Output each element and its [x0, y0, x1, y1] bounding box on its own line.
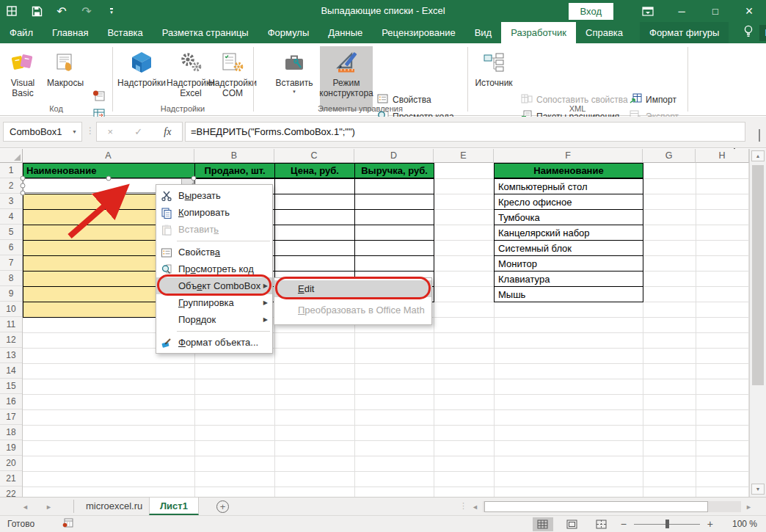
row-header[interactable]: 20: [0, 456, 22, 471]
menu-item-copy[interactable]: Копировать: [156, 204, 272, 221]
tab-page-layout[interactable]: Разметка страницы: [153, 22, 258, 43]
tab-help[interactable]: Справка: [576, 22, 632, 43]
row-header[interactable]: 2: [0, 178, 22, 194]
excel-addins-button[interactable]: Надстройки Excel: [170, 46, 211, 111]
resize-handle[interactable]: [21, 176, 26, 181]
menu-item-combobox-object[interactable]: Объект ComboBox ▶: [156, 277, 272, 294]
formula-input[interactable]: =ВНЕДРИТЬ("Forms.ComboBox.1";""): [185, 122, 745, 142]
column-header-h[interactable]: H: [696, 149, 749, 163]
row-header[interactable]: 10: [0, 302, 22, 317]
sign-in-button[interactable]: Вход: [569, 3, 613, 20]
resize-handle[interactable]: [21, 183, 26, 189]
list-item[interactable]: Кресло офисное: [495, 194, 643, 210]
row-header[interactable]: 8: [0, 271, 22, 286]
row-header[interactable]: 21: [0, 471, 22, 487]
tab-data[interactable]: Данные: [318, 22, 372, 43]
horizontal-scroll-thumb[interactable]: [484, 501, 708, 512]
list-item[interactable]: Компьютерный стол: [495, 179, 643, 194]
tab-file[interactable]: Файл: [0, 22, 43, 43]
vertical-scrollbar[interactable]: ▲ ▼: [749, 149, 766, 497]
resize-handle[interactable]: [192, 176, 197, 181]
row-header[interactable]: 6: [0, 240, 22, 255]
close-button[interactable]: ×: [732, 0, 766, 22]
menu-item-grouping[interactable]: Группировка ▶: [156, 294, 272, 311]
menu-item-cut[interactable]: Вырезать: [156, 187, 272, 204]
enter-formula-icon[interactable]: ✓: [134, 126, 142, 137]
row-header[interactable]: 12: [0, 332, 22, 348]
list-item[interactable]: Мышь: [495, 287, 643, 302]
resize-handle[interactable]: [106, 191, 112, 196]
column-header-g[interactable]: G: [643, 149, 696, 163]
sheet-nav-left-icon[interactable]: ◄: [22, 498, 29, 516]
scroll-down-icon[interactable]: ▼: [751, 484, 765, 495]
zoom-out-icon[interactable]: −: [621, 518, 627, 530]
tab-formulas[interactable]: Формулы: [258, 22, 319, 43]
tab-developer[interactable]: Разработчик: [501, 22, 576, 43]
column-header-a[interactable]: A: [23, 149, 194, 163]
tab-review[interactable]: Рецензирование: [372, 22, 464, 43]
menu-item-properties[interactable]: Свойства: [156, 244, 272, 260]
macro-record-icon[interactable]: [62, 518, 73, 530]
addins-button[interactable]: Надстройки: [116, 46, 167, 111]
menu-item-format-object[interactable]: Формат объекта...: [156, 334, 272, 351]
row-header[interactable]: 7: [0, 255, 22, 271]
submenu-item-convert[interactable]: Преобразовать в Office Math: [274, 302, 431, 318]
column-header-c[interactable]: C: [274, 149, 354, 163]
formula-bar-splitter[interactable]: ⋮: [86, 125, 95, 136]
visual-basic-button[interactable]: Visual Basic: [4, 46, 41, 111]
scrollbar-splitter[interactable]: ⋮: [459, 501, 467, 511]
customize-qat-button[interactable]: ▾: [104, 3, 119, 19]
sheet-tab-microexcel[interactable]: microexcel.ru: [76, 498, 153, 515]
expand-formula-bar-icon[interactable]: [759, 129, 760, 140]
select-all-corner[interactable]: [0, 149, 23, 163]
undo-button[interactable]: ↶: [54, 3, 69, 19]
page-layout-view-button[interactable]: [562, 517, 583, 531]
row-header[interactable]: 22: [0, 487, 22, 497]
hscroll-left-icon[interactable]: ◄: [472, 498, 478, 516]
sheet-tab-list1[interactable]: Лист1: [149, 498, 199, 515]
column-header-b[interactable]: B: [194, 149, 274, 163]
row-header[interactable]: 11: [0, 317, 22, 332]
normal-view-button[interactable]: [533, 517, 553, 531]
insert-function-icon[interactable]: fx: [164, 126, 171, 138]
macros-button[interactable]: Макросы: [43, 46, 88, 111]
scroll-up-icon[interactable]: ▲: [751, 150, 765, 161]
row-header[interactable]: 4: [0, 209, 22, 225]
list-item[interactable]: Тумбочка: [495, 210, 643, 225]
column-header-e[interactable]: E: [434, 149, 494, 163]
zoom-in-icon[interactable]: +: [707, 518, 713, 530]
com-addins-button[interactable]: Надстройки COM: [213, 46, 252, 111]
menu-item-order[interactable]: Порядок ▶: [156, 311, 272, 328]
list-item[interactable]: Монитор: [495, 256, 643, 272]
page-break-view-button[interactable]: [591, 517, 612, 531]
new-sheet-button[interactable]: +: [216, 500, 229, 513]
row-header[interactable]: 3: [0, 194, 22, 209]
horizontal-scrollbar[interactable]: [483, 501, 741, 512]
hscroll-right-icon[interactable]: ►: [745, 498, 752, 516]
minimize-button[interactable]: ─: [665, 0, 698, 22]
zoom-level[interactable]: 100 %: [713, 519, 757, 529]
row-header[interactable]: 15: [0, 379, 22, 394]
vertical-scroll-thumb[interactable]: [752, 165, 764, 385]
submenu-item-edit[interactable]: Edit: [274, 280, 431, 297]
tab-view[interactable]: Вид: [465, 22, 502, 43]
tab-insert[interactable]: Вставка: [98, 22, 152, 43]
tab-shape-format[interactable]: Формат фигуры: [640, 22, 729, 43]
maximize-button[interactable]: □: [698, 0, 732, 22]
row-header[interactable]: 19: [0, 440, 22, 456]
list-header-cell[interactable]: Наименование: [494, 163, 643, 178]
name-box[interactable]: ComboBox1 ▼: [3, 122, 82, 142]
zoom-slider-thumb[interactable]: [665, 520, 669, 528]
row-header[interactable]: 14: [0, 363, 22, 379]
table-header-row[interactable]: Наименование Продано, шт. Цена, руб. Выр…: [23, 163, 434, 178]
row-header[interactable]: 1: [0, 163, 22, 178]
redo-button[interactable]: ↷: [79, 3, 94, 19]
resize-handle[interactable]: [106, 176, 112, 181]
resize-handle[interactable]: [21, 191, 26, 196]
list-item[interactable]: Системный блок: [495, 241, 643, 256]
row-header[interactable]: 17: [0, 409, 22, 425]
menu-item-paste[interactable]: Вставить: [156, 221, 272, 238]
name-box-dropdown-icon[interactable]: ▼: [72, 129, 77, 134]
row-header[interactable]: 5: [0, 225, 22, 240]
record-macro-icon[interactable]: [92, 90, 106, 104]
